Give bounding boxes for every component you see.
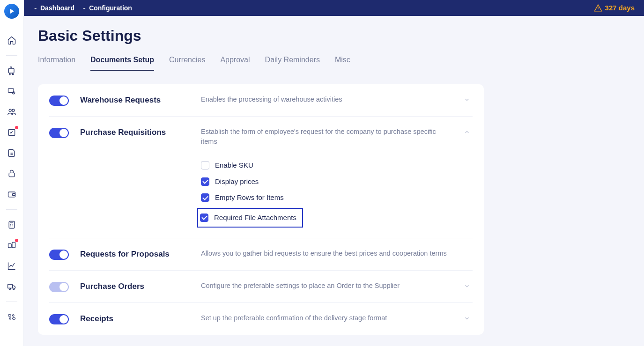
svg-rect-12 [8, 244, 12, 248]
sidebar-item-wallet[interactable] [4, 187, 19, 202]
sidebar-item-home[interactable] [4, 33, 19, 48]
nav-separator [6, 302, 17, 302]
chevron-down-icon [464, 315, 470, 322]
days-warning[interactable]: 327 days [594, 4, 635, 12]
svg-rect-18 [13, 318, 15, 319]
svg-point-2 [12, 74, 14, 75]
top-bar: ⌄ Dashboard ⌄ Configuration 327 days [24, 0, 644, 16]
section-name: Purchase Requisitions [80, 127, 201, 137]
checkbox-list: Enable SKU Display prices Empty Rows for… [201, 157, 450, 228]
settings-card: Warehouse Requests Enables the processin… [38, 84, 484, 335]
breadcrumb-item[interactable]: Dashboard [40, 4, 74, 12]
chevron-down-icon[interactable]: ⌄ [33, 6, 37, 10]
svg-point-1 [9, 74, 11, 75]
svg-point-15 [9, 288, 10, 289]
nav-separator [6, 209, 17, 210]
tabs-bar: Information Documents Setup Currencies A… [38, 56, 630, 71]
section-rfp: Requests for Proposals Allows you to gat… [49, 238, 473, 271]
section-name: Requests for Proposals [80, 249, 201, 259]
svg-rect-13 [12, 242, 15, 248]
days-text: 327 days [605, 4, 635, 12]
checkbox-empty-rows[interactable]: Empty Rows for Items [201, 190, 450, 206]
collapse-button[interactable] [461, 127, 473, 135]
users-icon [7, 107, 16, 117]
checkbox-label: Display prices [215, 177, 259, 187]
breadcrumb: ⌄ Dashboard ⌄ Configuration [33, 4, 132, 12]
section-warehouse-requests: Warehouse Requests Enables the processin… [49, 84, 473, 117]
svg-point-19 [13, 315, 14, 316]
section-receipts: Receipts Set up the preferable confirmat… [49, 303, 473, 335]
toggle-purchase-orders[interactable] [49, 282, 69, 292]
highlighted-option: Required File Attachments [197, 206, 450, 228]
document-icon [7, 148, 16, 158]
sidebar-item-chart[interactable] [4, 258, 19, 273]
sidebar-item-cart[interactable] [4, 63, 19, 78]
svg-rect-9 [8, 192, 15, 197]
checkbox-label: Empty Rows for Items [215, 192, 284, 203]
app-logo-icon[interactable] [4, 4, 19, 19]
tag-icon [7, 87, 16, 96]
toggle-receipts[interactable] [49, 314, 69, 324]
section-desc: Configure the preferable settings to pla… [201, 281, 461, 291]
content-area: Basic Settings Information Documents Set… [24, 16, 644, 346]
checkbox-required-attachments[interactable]: Required File Attachments [200, 212, 296, 224]
wallet-icon [7, 190, 16, 199]
sidebar-item-document[interactable] [4, 146, 19, 161]
svg-rect-14 [8, 285, 13, 288]
checkbox-icon [201, 161, 209, 169]
calculator-icon [7, 220, 16, 229]
tab-documents-setup[interactable]: Documents Setup [90, 56, 154, 71]
checkbox-enable-sku[interactable]: Enable SKU [201, 157, 450, 174]
nav-separator [6, 55, 17, 56]
tab-approval[interactable]: Approval [220, 56, 250, 71]
checklist-icon [7, 128, 16, 137]
tab-misc[interactable]: Misc [335, 56, 350, 71]
section-name: Warehouse Requests [80, 95, 201, 105]
lock-icon [7, 169, 16, 178]
page-title: Basic Settings [38, 27, 630, 44]
svg-rect-17 [8, 315, 11, 316]
svg-rect-0 [8, 68, 14, 73]
sidebar [0, 0, 24, 346]
tab-daily-reminders[interactable]: Daily Reminders [265, 56, 320, 71]
checkbox-display-prices[interactable]: Display prices [201, 174, 450, 190]
svg-point-20 [9, 318, 11, 319]
cart-icon [7, 66, 16, 75]
toggle-warehouse-requests[interactable] [49, 96, 69, 106]
sidebar-item-inventory[interactable] [4, 238, 19, 253]
collapse-button[interactable] [461, 281, 473, 289]
chevron-down-icon[interactable]: ⌄ [82, 6, 86, 10]
sidebar-item-settings[interactable] [4, 309, 19, 324]
collapse-button[interactable] [461, 95, 473, 103]
checkbox-icon [200, 213, 208, 222]
section-purchase-orders: Purchase Orders Configure the preferable… [49, 271, 473, 303]
sidebar-item-calculator[interactable] [4, 217, 19, 232]
svg-rect-8 [9, 173, 15, 177]
section-desc: Establish the form of employee's request… [201, 127, 450, 147]
chevron-up-icon [464, 129, 470, 135]
checkbox-icon [201, 177, 209, 186]
toggle-purchase-requisitions[interactable] [49, 128, 69, 138]
svg-rect-11 [9, 221, 15, 228]
inventory-icon [7, 241, 16, 250]
section-desc: Allows you to gather bid requests to ens… [201, 249, 461, 259]
sidebar-item-checklist[interactable] [4, 125, 19, 140]
breadcrumb-item[interactable]: Configuration [89, 4, 132, 12]
warning-icon [594, 4, 602, 12]
sidebar-item-users[interactable] [4, 104, 19, 119]
section-name: Purchase Orders [80, 281, 201, 291]
collapse-button[interactable] [461, 313, 473, 322]
main-area: ⌄ Dashboard ⌄ Configuration 327 days Bas… [24, 0, 644, 346]
sidebar-item-shipping[interactable] [4, 279, 19, 294]
chart-icon [7, 261, 16, 271]
sidebar-item-lock[interactable] [4, 166, 19, 181]
tab-information[interactable]: Information [38, 56, 75, 71]
tab-currencies[interactable]: Currencies [169, 56, 205, 71]
chevron-down-icon [464, 283, 470, 289]
toggle-rfp[interactable] [49, 250, 69, 260]
sidebar-item-tag[interactable] [4, 84, 19, 99]
truck-icon [7, 282, 16, 291]
checkbox-label: Enable SKU [215, 160, 253, 171]
section-name: Receipts [80, 313, 201, 324]
svg-point-6 [12, 109, 15, 111]
